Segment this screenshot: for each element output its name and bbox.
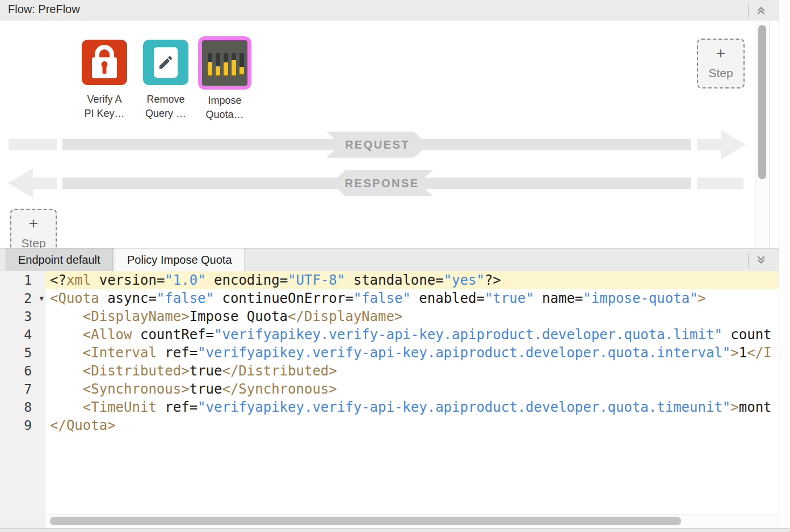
policy-label: Verify A PI Key… <box>77 92 132 121</box>
quota-bar <box>216 66 220 75</box>
flow-panel: Verify A PI Key… Remove Query … <box>0 0 779 248</box>
line-number: 4 <box>0 326 45 344</box>
flow-header: Flow: PreFlow <box>0 0 779 20</box>
flow-title: Flow: PreFlow <box>8 3 80 16</box>
policy-label: Remove Query … <box>138 92 193 121</box>
request-banner: REQUEST <box>326 132 428 158</box>
line-number: 8 <box>0 398 45 416</box>
editor-scrollbar-thumb[interactable] <box>50 517 681 525</box>
quota-bar <box>232 53 236 60</box>
pencil-card <box>154 47 178 78</box>
quota-bars-icon[interactable] <box>198 36 251 90</box>
tab-bar: Endpoint default Policy Impose Quota <box>0 248 779 271</box>
policy-remove-query-param[interactable]: Remove Query … <box>138 40 193 121</box>
request-arrow-shaft <box>697 139 722 150</box>
request-arrowhead-icon <box>721 130 746 159</box>
policy-label-line2: Quota… <box>195 108 254 122</box>
quota-bar <box>232 60 236 75</box>
code-line-text[interactable]: <Interval ref="verifyapikey.verify-api-k… <box>45 344 779 362</box>
line-number: 9 <box>0 416 45 434</box>
code-line[interactable]: 7 <Synchronous>true</Synchronous> <box>0 380 779 398</box>
pencil-icon[interactable] <box>143 40 188 85</box>
flow-vertical-scrollbar[interactable] <box>755 21 770 248</box>
policy-label: Impose Quota… <box>195 94 254 122</box>
code-line[interactable]: 4 <Allow countRef="verifyapikey.verify-a… <box>0 326 779 344</box>
quota-bar <box>208 53 212 62</box>
code-line-text[interactable]: <TimeUnit ref="verifyapikey.verify-api-k… <box>45 398 779 416</box>
policy-label-line1: Impose <box>195 94 254 108</box>
header-divider <box>748 3 749 18</box>
quota-bar <box>239 67 244 74</box>
policy-label-line1: Verify A <box>77 92 132 107</box>
code-line-text[interactable]: <Allow countRef="verifyapikey.verify-api… <box>45 326 779 344</box>
chevrons-down-icon[interactable] <box>753 252 770 269</box>
code-line-text[interactable]: <DisplayName>Impose Quota</DisplayName> <box>45 307 779 326</box>
tab-endpoint-default[interactable]: Endpoint default <box>6 248 113 271</box>
code-lines: 1<?xml version="1.0" encoding="UTF-8" st… <box>0 271 779 434</box>
policy-label-line2: Query … <box>138 107 193 121</box>
pencil-glyph <box>157 54 174 71</box>
editor-horizontal-scrollbar[interactable] <box>45 514 779 528</box>
quota-bar <box>239 53 244 67</box>
quota-icon-inner <box>202 40 247 86</box>
response-arrow-shaft <box>33 178 57 189</box>
tab-policy-impose-quota[interactable]: Policy Impose Quota <box>115 248 245 271</box>
window-bottom-edge <box>0 528 790 532</box>
line-number: 3 <box>0 307 45 326</box>
quota-bar <box>224 62 228 75</box>
code-line[interactable]: 5 <Interval ref="verifyapikey.verify-api… <box>0 344 779 362</box>
code-line-text[interactable]: <Distributed>true</Distributed> <box>45 362 779 380</box>
line-number: 7 <box>0 380 45 398</box>
code-line-text[interactable]: <?xml version="1.0" encoding="UTF-8" sta… <box>45 271 779 289</box>
chevrons-up-icon[interactable] <box>753 2 770 19</box>
plus-icon: + <box>698 44 743 62</box>
response-line-right-segment <box>697 178 743 189</box>
add-step-button-request[interactable]: + Step <box>697 39 745 88</box>
window-right-edge <box>779 0 790 532</box>
apigee-flow-editor: Verify A PI Key… Remove Query … <box>0 0 790 532</box>
lock-body <box>92 57 117 78</box>
policy-verify-api-key[interactable]: Verify A PI Key… <box>77 40 132 121</box>
plus-icon: + <box>11 214 56 233</box>
code-line[interactable]: 6 <Distributed>true</Distributed> <box>0 362 779 380</box>
policy-label-line2: PI Key… <box>77 107 132 121</box>
code-line[interactable]: 8 <TimeUnit ref="verifyapikey.verify-api… <box>0 398 779 416</box>
code-panel: Endpoint default Policy Impose Quota 1<?… <box>0 248 779 528</box>
code-line[interactable]: 3 <DisplayName>Impose Quota</DisplayName… <box>0 307 779 326</box>
code-line-text[interactable]: </Quota> <box>45 416 779 434</box>
flow-scrollbar-thumb[interactable] <box>758 25 766 179</box>
policy-label-line1: Remove <box>138 92 193 107</box>
lock-keyhole-stem <box>103 66 107 74</box>
code-line[interactable]: 2▾<Quota async="false" continueOnError="… <box>0 289 779 307</box>
code-line-text[interactable]: <Synchronous>true</Synchronous> <box>45 380 779 398</box>
quota-bar <box>216 53 220 66</box>
add-step-label: Step <box>698 66 743 80</box>
response-arrowhead-icon <box>8 168 33 198</box>
tabbar-divider <box>748 253 749 268</box>
quota-bar <box>208 62 212 75</box>
line-number: 6 <box>0 362 45 380</box>
policy-impose-quota-selected[interactable]: Impose Quota… <box>195 36 254 122</box>
line-number: 2▾ <box>0 289 45 307</box>
lock-icon[interactable] <box>82 40 127 85</box>
xml-code-editor[interactable]: 1<?xml version="1.0" encoding="UTF-8" st… <box>0 271 779 514</box>
line-number: 1 <box>0 271 45 289</box>
fold-arrow-icon[interactable]: ▾ <box>39 289 44 307</box>
code-line[interactable]: 1<?xml version="1.0" encoding="UTF-8" st… <box>0 271 779 289</box>
line-number: 5 <box>0 344 45 362</box>
code-line[interactable]: 9</Quota> <box>0 416 779 434</box>
response-banner: RESPONSE <box>331 170 433 196</box>
request-line-left-segment <box>9 139 57 150</box>
code-line-text[interactable]: <Quota async="false" continueOnError="fa… <box>45 289 779 307</box>
quota-bar <box>224 53 228 62</box>
